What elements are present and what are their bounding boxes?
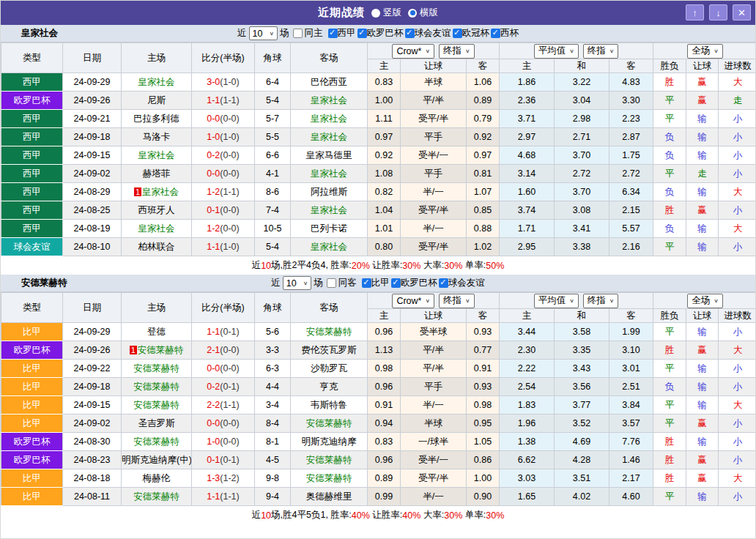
table-row: 比甲 24-09-15 安德莱赫特 2-2(1-1) 3-4 韦斯特鲁 0.91… <box>1 396 756 415</box>
same-venue-checkbox[interactable] <box>327 278 336 288</box>
subcol-avg-away: 客 <box>609 309 653 323</box>
scroll-up-button[interactable]: ↑ <box>686 4 704 21</box>
window-title: 近期战绩 <box>318 6 365 20</box>
close-button[interactable]: ✕ <box>733 4 751 21</box>
avg-select[interactable]: 平均值∨ <box>534 294 579 308</box>
result-goals: 大 <box>719 396 756 415</box>
home-team: 柏林联合 <box>122 238 192 256</box>
match-type-badge: 西甲 <box>1 146 63 165</box>
home-team-name: 赫塔菲 <box>143 168 171 179</box>
league-checkbox[interactable] <box>328 29 338 38</box>
result-goals: 小 <box>719 323 756 341</box>
result-win-draw-loss: 平 <box>653 165 686 183</box>
recent-count-select[interactable]: 10∨ <box>283 276 312 290</box>
odds-away: 0.81 <box>467 165 500 183</box>
halftime-score: (1-0) <box>220 132 239 142</box>
odds-home: 1.13 <box>368 341 401 360</box>
subcol-avg-away: 客 <box>609 59 653 73</box>
summary-text: 30% <box>444 261 462 271</box>
league-label: 比甲 <box>371 277 390 289</box>
scope-group-header: 全场∨ <box>653 293 756 309</box>
avg-odds-draw: 3.51 <box>555 469 609 488</box>
summary-text: 单率: <box>462 509 486 521</box>
league-filter[interactable]: 比甲 <box>362 277 390 289</box>
league-filter[interactable]: 球会友谊 <box>405 27 451 40</box>
league-checkbox[interactable] <box>439 278 448 288</box>
section-filterbar: 安德莱赫特 近 10∨ 场 同客 比甲欧罗巴杯球会友谊 <box>1 275 755 292</box>
league-checkbox[interactable] <box>405 29 415 38</box>
fulltime-score: 1-2 <box>207 187 220 197</box>
avg-odds-draw: 3.56 <box>555 378 609 396</box>
match-score: 1-0(1-0) <box>192 128 255 146</box>
away-team: 皇家社会 <box>291 238 368 256</box>
avg-time-select[interactable]: 终指∨ <box>583 294 619 308</box>
league-checkbox[interactable] <box>391 278 401 288</box>
avg-odds-draw: 4.69 <box>555 433 609 451</box>
result-goals: 大 <box>719 183 756 201</box>
result-win-draw-loss: 平 <box>653 92 686 110</box>
league-checkbox[interactable] <box>453 29 462 38</box>
league-checkbox[interactable] <box>491 29 500 38</box>
avg-time-select[interactable]: 终指∨ <box>583 44 619 59</box>
match-date: 24-09-29 <box>63 323 122 341</box>
table-row: 欧罗巴杯 24-08-23 明斯克迪纳摩(中) 0-1(0-1) 4-5 安德莱… <box>1 451 756 469</box>
league-checkbox[interactable] <box>362 278 371 288</box>
col-type: 类型 <box>1 293 63 323</box>
odds-away: 0.93 <box>467 378 500 396</box>
chevron-down-icon: ∨ <box>425 48 430 54</box>
league-checkbox[interactable] <box>357 29 367 38</box>
odds-time-select[interactable]: 终指∨ <box>439 44 475 59</box>
league-label: 欧冠杯 <box>462 27 490 40</box>
chevron-down-icon: ∨ <box>465 48 470 54</box>
radio-horizontal-icon[interactable] <box>408 9 417 18</box>
same-venue-filter[interactable]: 同客 <box>327 277 357 289</box>
avg-odds-away: 4.60 <box>609 488 653 506</box>
avg-odds-home: 1.86 <box>500 73 555 92</box>
scope-select[interactable]: 全场∨ <box>687 44 723 59</box>
odds-group-header: Crow*∨ 终指∨ <box>368 293 500 309</box>
odds-away: 0.90 <box>467 488 500 506</box>
league-filter[interactable]: 欧冠杯 <box>453 27 490 40</box>
scroll-down-button[interactable]: ↓ <box>709 4 727 21</box>
radio-vertical-icon[interactable] <box>371 9 380 18</box>
table-row: 西甲 24-09-29 皇家社会 3-0(1-0) 6-4 巴伦西亚 0.83 … <box>1 73 756 92</box>
subcol-avg-draw: 和 <box>555 309 609 323</box>
corner-score: 3-4 <box>255 396 291 415</box>
corner-score: 5-4 <box>255 92 291 110</box>
same-venue-filter[interactable]: 同主 <box>293 27 323 40</box>
scope-select[interactable]: 全场∨ <box>687 294 723 308</box>
match-type-badge: 西甲 <box>1 220 63 238</box>
league-filter[interactable]: 欧罗巴杯 <box>391 277 437 289</box>
league-filter[interactable]: 西杯 <box>491 27 519 40</box>
league-filter[interactable]: 西甲 <box>328 27 356 40</box>
home-team-name: 皇家社会 <box>138 150 175 160</box>
recent-count-select[interactable]: 10∨ <box>249 26 278 40</box>
layout-radio-horizontal[interactable]: 横版 <box>408 7 438 19</box>
match-type-badge: 西甲 <box>1 201 63 220</box>
odds-away: 0.91 <box>467 360 500 378</box>
league-filter[interactable]: 欧罗巴杯 <box>357 27 404 40</box>
halftime-score: (1-1) <box>220 95 239 105</box>
same-venue-checkbox[interactable] <box>293 29 303 38</box>
result-win-draw-loss: 平 <box>653 323 686 341</box>
odds-time-select[interactable]: 终指∨ <box>439 294 475 308</box>
home-team: 安德莱赫特 <box>122 396 192 415</box>
odds-away: 1.05 <box>467 433 500 451</box>
layout-radio-vertical[interactable]: 竖版 <box>371 7 401 19</box>
odds-away: 0.97 <box>467 146 500 165</box>
away-team: 巴伦西亚 <box>291 73 368 92</box>
match-date: 24-09-22 <box>63 360 122 378</box>
halftime-score: (0-0) <box>220 345 239 355</box>
away-team-name: 安德莱赫特 <box>306 473 352 483</box>
league-filter[interactable]: 球会友谊 <box>439 277 485 289</box>
odds-company-select[interactable]: Crow*∨ <box>392 44 434 59</box>
avg-odds-away: 6.34 <box>609 183 653 201</box>
summary-text: 30% <box>402 261 420 271</box>
odds-handicap: 半/一 <box>401 396 467 415</box>
result-handicap: 输 <box>686 220 719 238</box>
corner-score: 4-4 <box>255 378 291 396</box>
league-filter-group: 比甲欧罗巴杯球会友谊 <box>360 277 485 290</box>
home-team-name: 登德 <box>147 327 166 337</box>
avg-select[interactable]: 平均值∨ <box>534 44 579 59</box>
odds-company-select[interactable]: Crow*∨ <box>392 294 434 308</box>
